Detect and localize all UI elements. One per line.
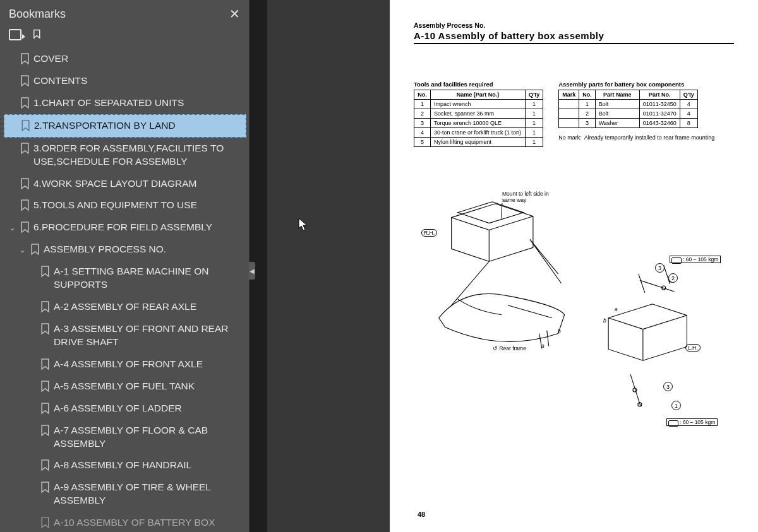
section-title: A-10 Assembly of battery box assembly — [414, 30, 734, 44]
bookmark-icon — [40, 459, 50, 471]
bookmark-icon — [30, 244, 40, 256]
parts-block: Assembly parts for battery box component… — [558, 81, 714, 147]
tools-table: No. Name (Part No.) Q'ty 1Impact wrench1… — [414, 90, 543, 147]
bookmark-label: ASSEMBLY PROCESS NO. — [44, 243, 243, 256]
table-row: 3Torque wrench 10000 QLE1 — [414, 119, 543, 128]
bookmark-label: A-2 ASSEMBLY OF REAR AXLE — [54, 300, 243, 314]
callout-letter-b: b — [558, 328, 561, 334]
table-row: 1Impact wrench1 — [414, 100, 543, 109]
bookmark-label: 4.WORK SPACE LAYOUT DIAGRAM — [33, 177, 243, 191]
col-name: Name (Part No.) — [431, 90, 526, 100]
callout-rh: R.H. — [421, 229, 437, 237]
chevron-down-icon[interactable]: ⌄ — [18, 245, 27, 255]
bookmark-item[interactable]: A-5 ASSEMBLY OF FUEL TANK — [4, 375, 246, 398]
bookmark-icon — [40, 482, 50, 494]
tools-block: Tools and facilities required No. Name (… — [414, 81, 543, 147]
bookmark-item[interactable]: 5.TOOLS AND EQUIPMENT TO USE — [4, 194, 246, 216]
bookmark-icon — [20, 222, 30, 233]
callout-circle: 3 — [655, 263, 665, 273]
bookmarks-list[interactable]: COVER CONTENTS 1.CHART OF SEPARATED UNIT… — [0, 48, 249, 532]
bookmark-label: CONTENTS — [33, 74, 243, 88]
bookmark-label: A-7 ASSEMBLY OF FLOOR & CAB ASSEMBLY — [54, 424, 243, 451]
bookmark-item[interactable]: 4.WORK SPACE LAYOUT DIAGRAM — [4, 173, 246, 195]
bookmark-icon — [40, 323, 50, 335]
page-gutter — [267, 0, 390, 532]
bookmark-label: A-10 ASSEMBLY OF BATTERY BOX — [54, 516, 243, 529]
torque-label: : 60 – 105 kgm — [666, 418, 718, 426]
bookmark-icon — [40, 517, 50, 529]
collapse-handle-icon[interactable]: ◀ — [249, 262, 255, 280]
bookmark-item[interactable]: A-6 ASSEMBLY OF LADDER — [4, 398, 246, 420]
bookmark-item[interactable]: A-4 ASSEMBLY OF FRONT AXLE — [4, 353, 246, 375]
bookmark-icon — [40, 301, 50, 313]
document-viewport[interactable]: Assembly Process No. A-10 Assembly of ba… — [267, 0, 758, 532]
bookmark-label: 3.ORDER FOR ASSEMBLY,FACILITIES TO USE,S… — [33, 142, 243, 168]
callout-rearframe: ↺ Rear frame — [493, 345, 526, 352]
nomarks-val: Already temporarily installed to rear fr… — [584, 134, 715, 141]
bookmark-item[interactable]: A-8 ASSEMBLY OF HANDRAIL — [4, 454, 246, 476]
bookmark-label: A-5 ASSEMBLY OF FUEL TANK — [54, 380, 243, 393]
bookmark-icon — [40, 403, 50, 415]
page-number: 48 — [418, 511, 425, 518]
bookmark-item[interactable]: 1.CHART OF SEPARATED UNITS — [4, 92, 246, 114]
section-supertitle: Assembly Process No. — [414, 21, 734, 29]
callout-circle: 2 — [668, 273, 678, 283]
bookmark-label: COVER — [33, 52, 243, 66]
bookmark-item[interactable]: A-1 SETTING BARE MACHINE ON SUPPORTS — [4, 261, 246, 296]
bookmark-item[interactable]: 2.TRANSPORTATION BY LAND — [4, 114, 246, 138]
close-icon[interactable]: ✕ — [229, 6, 240, 21]
bookmark-label: A-3 ASSEMBLY OF FRONT AND REAR DRIVE SHA… — [54, 322, 243, 349]
bookmark-icon — [20, 143, 30, 155]
bookmark-label: A-4 ASSEMBLY OF FRONT AXLE — [54, 358, 243, 371]
bookmark-item[interactable]: 3.ORDER FOR ASSEMBLY,FACILITIES TO USE,S… — [4, 138, 246, 173]
callout-circle: 1 — [671, 401, 681, 410]
bookmark-label: 5.TOOLS AND EQUIPMENT TO USE — [33, 199, 243, 212]
callout-letter-a: a — [541, 343, 544, 349]
sidebar-header: Bookmarks ✕ — [0, 0, 249, 27]
bookmark-icon — [20, 178, 30, 190]
bookmark-icon — [20, 97, 30, 109]
bookmark-label: A-8 ASSEMBLY OF HANDRAIL — [54, 459, 243, 472]
outline-options-icon[interactable] — [9, 29, 21, 40]
bookmark-item[interactable]: A-9 ASSEMBLY OF TIRE & WHEEL ASSEMBLY — [4, 476, 246, 512]
col-qty: Q'ty — [526, 90, 543, 100]
table-row: 3Washer01643-324608 — [559, 119, 698, 128]
parts-caption: Assembly parts for battery box component… — [558, 81, 714, 88]
bookmark-item[interactable]: A-7 ASSEMBLY OF FLOOR & CAB ASSEMBLY — [4, 420, 246, 455]
bookmark-item[interactable]: ⌄ 6.PROCEDURE FOR FIELD ASSEMBLY — [4, 216, 246, 239]
tools-caption: Tools and facilities required — [414, 81, 543, 88]
bookmark-item[interactable]: CONTENTS — [4, 70, 246, 92]
bookmark-item[interactable]: A-2 ASSEMBLY OF REAR AXLE — [4, 296, 246, 318]
nomarks-key: No mark: — [558, 134, 582, 141]
table-row: 430-ton crane or forklift truck (1 ton)1 — [414, 128, 543, 138]
bookmark-item[interactable]: COVER — [4, 48, 246, 70]
bookmark-icon — [40, 425, 50, 437]
bookmarks-sidebar: Bookmarks ✕ COVER CONTENTS 1.CHART OF SE… — [0, 0, 250, 532]
bookmark-icon — [20, 199, 30, 211]
table-row: 1Bolt01011-324504 — [559, 100, 698, 109]
bookmark-item[interactable]: A-3 ASSEMBLY OF FRONT AND REAR DRIVE SHA… — [4, 318, 246, 353]
diagram-svg — [414, 180, 734, 437]
find-bookmark-icon[interactable] — [32, 29, 43, 40]
sidebar-title: Bookmarks — [9, 8, 66, 21]
bookmark-icon — [40, 358, 50, 370]
bookmark-item[interactable]: ⌄ ASSEMBLY PROCESS NO. — [4, 239, 246, 261]
bookmark-label: A-6 ASSEMBLY OF LADDER — [54, 402, 243, 415]
chevron-down-icon[interactable]: ⌄ — [8, 223, 16, 233]
bookmark-label: A-9 ASSEMBLY OF TIRE & WHEEL ASSEMBLY — [54, 481, 243, 507]
bookmark-label: 2.TRANSPORTATION BY LAND — [34, 119, 242, 133]
bookmark-item[interactable]: A-10 ASSEMBLY OF BATTERY BOX — [4, 512, 246, 532]
nomarks-note: No mark: Already temporarily installed t… — [558, 134, 714, 141]
sidebar-toolbar — [0, 27, 249, 48]
col-no: No. — [579, 90, 596, 100]
leader-line — [501, 202, 532, 221]
callout-lh: L.H. — [685, 344, 701, 352]
col-partno: Part No. — [639, 90, 680, 100]
bookmark-label: 6.PROCEDURE FOR FIELD ASSEMBLY — [33, 221, 243, 234]
callout-letter-b: b — [603, 317, 606, 324]
table-row: 5Nylon lifting equipment1 — [414, 138, 543, 147]
pdf-page: Assembly Process No. A-10 Assembly of ba… — [390, 0, 758, 532]
sidebar-divider: ◀ — [250, 0, 267, 532]
col-qty: Q'ty — [680, 90, 697, 100]
col-name: Part Name — [595, 90, 639, 100]
